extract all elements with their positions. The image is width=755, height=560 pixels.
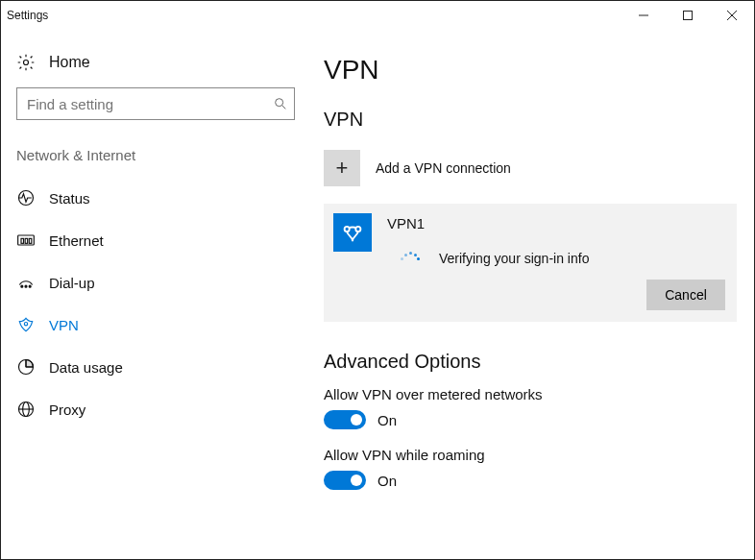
toggle-label: Allow VPN while roaming [324, 447, 744, 463]
sidebar-item-ethernet[interactable]: Ethernet [11, 219, 299, 261]
spinner-icon [401, 252, 420, 265]
sidebar-item-vpn[interactable]: VPN [11, 304, 299, 346]
vpn-connection-icon [333, 213, 372, 252]
svg-rect-10 [25, 238, 28, 243]
svg-point-12 [21, 285, 23, 287]
sidebar-item-label: Proxy [49, 402, 85, 418]
sidebar-item-label: VPN [49, 317, 79, 333]
vpn-card-header: VPN1 Verifying your sign-in info [333, 213, 725, 280]
plus-icon: + [324, 150, 360, 186]
status-icon [16, 188, 36, 207]
sidebar-item-proxy[interactable]: Proxy [11, 388, 299, 430]
minimize-button[interactable] [621, 1, 666, 30]
sidebar-item-label: Ethernet [49, 232, 104, 249]
svg-line-6 [282, 106, 286, 110]
sidebar-item-label: Data usage [49, 359, 123, 376]
sidebar-item-label: Dial-up [49, 275, 95, 291]
add-vpn-button[interactable]: + Add a VPN connection [324, 144, 744, 204]
vpn-connection-card[interactable]: VPN1 Verifying your sign-in info [324, 204, 737, 322]
vpn-connection-name: VPN1 [387, 213, 725, 231]
main-panel: VPN VPN + Add a VPN connection VPN1 [299, 30, 754, 559]
svg-rect-1 [684, 12, 693, 20]
sidebar-item-label: Status [49, 190, 90, 207]
gear-icon [16, 53, 36, 72]
toggle-roaming[interactable] [324, 471, 366, 490]
svg-point-14 [29, 285, 31, 287]
home-link[interactable]: Home [11, 47, 299, 87]
maximize-button[interactable] [666, 1, 710, 30]
advanced-options-heading: Advanced Options [324, 351, 744, 373]
vpn-icon [16, 315, 36, 334]
svg-point-4 [24, 61, 29, 65]
sidebar-item-status[interactable]: Status [11, 177, 299, 219]
add-vpn-label: Add a VPN connection [376, 160, 511, 176]
home-label: Home [49, 54, 90, 71]
toggle-row-roaming: Allow VPN while roaming On [324, 447, 744, 490]
sidebar-item-datausage[interactable]: Data usage [11, 346, 299, 388]
dialup-icon [16, 273, 36, 292]
svg-rect-11 [29, 238, 32, 243]
content-area: Home Network & Internet Status Ether [1, 30, 754, 559]
window-controls [621, 1, 754, 30]
toggle-metered[interactable] [324, 410, 366, 429]
ethernet-icon [16, 231, 36, 250]
toggle-state: On [378, 473, 397, 489]
toggle-row-metered: Allow VPN over metered networks On [324, 386, 744, 429]
svg-point-5 [276, 99, 283, 107]
window-title: Settings [7, 9, 621, 22]
vpn-connection-status: Verifying your sign-in info [439, 251, 589, 266]
sidebar: Home Network & Internet Status Ether [1, 30, 299, 559]
titlebar: Settings [1, 1, 754, 30]
close-button[interactable] [710, 1, 754, 30]
data-usage-icon [16, 357, 36, 377]
sidebar-group-heading: Network & Internet [11, 143, 299, 177]
svg-point-15 [24, 323, 27, 326]
settings-window: Settings Home [0, 0, 755, 560]
toggle-state: On [378, 412, 397, 428]
cancel-button[interactable]: Cancel [646, 280, 725, 310]
section-heading-vpn: VPN [324, 109, 744, 131]
toggle-label: Allow VPN over metered networks [324, 386, 744, 402]
proxy-icon [16, 400, 36, 419]
search-box[interactable] [16, 87, 295, 120]
svg-rect-9 [21, 238, 24, 243]
page-title: VPN [324, 55, 744, 85]
svg-point-13 [25, 285, 27, 287]
search-input[interactable] [17, 96, 267, 112]
sidebar-item-dialup[interactable]: Dial-up [11, 261, 299, 304]
search-icon [267, 96, 294, 111]
